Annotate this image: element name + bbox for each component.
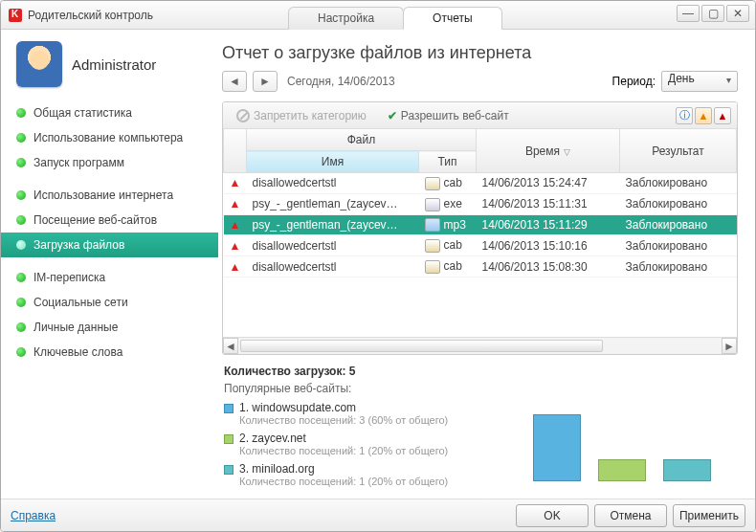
minimize-button[interactable]: —: [677, 5, 700, 22]
status-dot-icon: [16, 347, 26, 357]
col-result[interactable]: Результат: [620, 129, 737, 173]
table-row[interactable]: ▲disallowedcertstlcab14/06/2013 15:08:30…: [224, 256, 737, 277]
summary-block: Количество загрузок: 5 Популярные веб-са…: [222, 355, 738, 493]
kaspersky-icon: [9, 9, 22, 22]
status-dot-icon: [16, 322, 26, 332]
table-row[interactable]: ▲disallowedcertstlcab14/06/2013 15:24:47…: [224, 173, 737, 194]
sidebar-item-label: Использование интернета: [33, 188, 173, 202]
warning-red-icon[interactable]: ▲: [714, 107, 731, 124]
legend-square-icon: [224, 404, 233, 413]
cell-time: 14/06/2013 15:10:16: [477, 235, 620, 256]
cancel-button[interactable]: Отмена: [594, 504, 667, 527]
status-dot-icon: [16, 215, 26, 225]
avatar: [16, 41, 62, 87]
sidebar-item-5[interactable]: Загрузка файлов: [1, 233, 218, 257]
forbid-category-button: Запретить категорию: [229, 106, 374, 125]
cell-name: psy_-_gentleman_(zaycev…: [247, 214, 419, 235]
period-select[interactable]: День: [661, 71, 738, 92]
warning-icon: ▲: [230, 197, 241, 211]
cell-type: cab: [419, 256, 477, 277]
check-icon: ✔: [388, 109, 397, 122]
sidebar-item-9[interactable]: Ключевые слова: [1, 340, 218, 365]
cell-time: 14/06/2013 15:11:31: [477, 193, 620, 214]
site-sub: Количество посещений: 3 (60% от общего): [239, 414, 448, 426]
col-group-file[interactable]: Файл: [247, 129, 477, 151]
site-name: 3. miniload.org: [239, 462, 448, 476]
sidebar-item-1[interactable]: Использование компьютера: [1, 125, 218, 150]
footer: Справка OK Отмена Применить: [1, 499, 755, 531]
col-time[interactable]: Время▽: [477, 129, 620, 173]
date-next-button[interactable]: ►: [253, 71, 278, 92]
scroll-left-button[interactable]: ◄: [223, 338, 238, 354]
sidebar-item-3[interactable]: Использование интернета: [1, 183, 218, 208]
warning-icon: ▲: [230, 260, 241, 274]
sidebar-item-label: Загрузка файлов: [33, 238, 124, 252]
status-dot-icon: [16, 133, 26, 143]
cell-name: disallowedcertstl: [247, 235, 419, 256]
site-name: 2. zaycev.net: [239, 432, 448, 445]
tab-reports[interactable]: Отчеты: [403, 7, 501, 30]
table-row[interactable]: ▲psy_-_gentleman_(zaycev…mp314/06/2013 1…: [224, 214, 737, 235]
site-item: 1. windowsupdate.comКоличество посещений…: [224, 401, 525, 426]
legend-square-icon: [224, 465, 233, 475]
horizontal-scrollbar[interactable]: ◄ ►: [223, 337, 737, 354]
period-label: Период:: [612, 75, 656, 88]
warning-orange-icon[interactable]: ▲: [695, 107, 712, 124]
cell-time: 14/06/2013 15:08:30: [477, 256, 620, 277]
status-dot-icon: [16, 108, 26, 118]
sidebar-item-label: Использование компьютера: [33, 131, 183, 144]
data-grid[interactable]: Файл Время▽ Результат Имя Тип ▲disallowe…: [223, 129, 737, 337]
help-link[interactable]: Справка: [11, 509, 56, 522]
close-button[interactable]: ✕: [726, 5, 749, 22]
cell-result: Заблокировано: [620, 193, 737, 214]
sidebar-item-2[interactable]: Запуск программ: [1, 150, 218, 175]
scroll-thumb[interactable]: [240, 340, 603, 352]
username: Administrator: [72, 56, 156, 73]
sidebar-item-0[interactable]: Общая статистика: [1, 100, 218, 125]
table-row[interactable]: ▲psy_-_gentleman_(zaycev…exe14/06/2013 1…: [224, 193, 737, 214]
cell-name: psy_-_gentleman_(zaycev…: [247, 193, 419, 214]
chart-bar: [533, 414, 581, 481]
cell-result: Заблокировано: [620, 173, 737, 194]
allow-website-button[interactable]: ✔ Разрешить веб-сайт: [380, 106, 517, 125]
filetype-icon: [425, 198, 440, 211]
table-row[interactable]: ▲disallowedcertstlcab14/06/2013 15:10:16…: [224, 235, 737, 256]
tab-bar: Настройка Отчеты: [288, 7, 501, 30]
sidebar-item-7[interactable]: Социальные сети: [1, 290, 218, 315]
scroll-track[interactable]: [238, 338, 722, 354]
apply-button[interactable]: Применить: [673, 504, 745, 527]
sidebar-item-8[interactable]: Личные данные: [1, 315, 218, 340]
site-sub: Количество посещений: 1 (20% от общего): [239, 476, 448, 487]
col-name[interactable]: Имя: [247, 151, 419, 173]
info-icon[interactable]: ⓘ: [676, 107, 693, 124]
tab-settings[interactable]: Настройка: [288, 7, 404, 30]
sidebar-item-label: Общая статистика: [33, 106, 132, 120]
scroll-right-button[interactable]: ►: [722, 338, 737, 354]
panel-toolbar: Запретить категорию ✔ Разрешить веб-сайт…: [223, 102, 737, 129]
cell-result: Заблокировано: [620, 214, 737, 235]
download-count: Количество загрузок: 5: [224, 365, 736, 378]
chart-bar: [663, 459, 711, 481]
sidebar-item-label: Социальные сети: [33, 296, 128, 309]
date-prev-button[interactable]: ◄: [222, 71, 247, 92]
chart-bar: [598, 459, 646, 481]
app-window: Родительский контроль Настройка Отчеты —…: [0, 0, 756, 532]
filetype-icon: [425, 260, 440, 274]
site-item: 2. zaycev.netКоличество посещений: 1 (20…: [224, 432, 525, 456]
cell-name: disallowedcertstl: [247, 256, 419, 277]
warning-icon: ▲: [230, 176, 241, 189]
cell-time: 14/06/2013 15:11:29: [477, 214, 620, 235]
maximize-button[interactable]: ▢: [701, 5, 724, 22]
main-panel: Отчет о загрузке файлов из интернета ◄ ►…: [218, 30, 755, 499]
cell-type: mp3: [419, 214, 477, 235]
window-title: Родительский контроль: [28, 9, 153, 22]
page-title: Отчет о загрузке файлов из интернета: [222, 43, 738, 63]
sidebar-item-label: IM-переписка: [33, 271, 105, 284]
col-type[interactable]: Тип: [419, 151, 477, 173]
sidebar-item-label: Запуск программ: [33, 156, 124, 169]
sidebar-item-6[interactable]: IM-переписка: [1, 265, 218, 290]
sidebar-item-4[interactable]: Посещение веб-сайтов: [1, 208, 218, 233]
ok-button[interactable]: OK: [516, 504, 589, 527]
status-dot-icon: [16, 158, 26, 167]
site-name: 1. windowsupdate.com: [239, 401, 448, 414]
